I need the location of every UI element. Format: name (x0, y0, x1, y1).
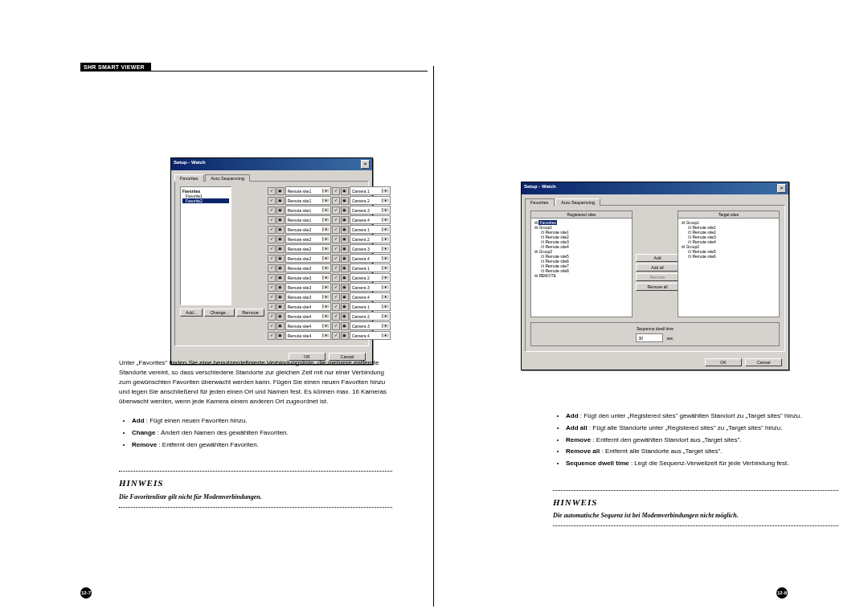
enable-checkbox[interactable]: ✓ (332, 322, 340, 330)
site-dropdown[interactable]: Remote site1▼ (285, 196, 331, 205)
enable-checkbox[interactable]: ✓ (268, 235, 276, 243)
enable-checkbox[interactable]: ✓ (332, 284, 340, 292)
icon-button[interactable]: ▣ (276, 245, 285, 253)
icon-button[interactable]: ▣ (341, 274, 349, 282)
add-button[interactable]: Add (636, 254, 679, 262)
icon-button[interactable]: ▣ (341, 303, 349, 311)
enable-checkbox[interactable]: ✓ (332, 332, 340, 340)
camera-dropdown[interactable]: Camera 2▼ (350, 312, 391, 321)
camera-dropdown[interactable]: Camera 2▼ (350, 196, 391, 205)
target-sites-tree[interactable]: ⊟ Group1⊡ Remote site1⊡ Remote site2⊡ Re… (678, 218, 780, 317)
tab-favorites[interactable]: Favorites (525, 198, 555, 206)
site-dropdown[interactable]: Remote site1▼ (285, 206, 331, 215)
site-dropdown[interactable]: Remote site1▼ (285, 186, 331, 195)
icon-button[interactable]: ▣ (276, 235, 285, 243)
tree-item[interactable]: ⊟ REMOTE (533, 273, 630, 278)
icon-button[interactable]: ▣ (276, 284, 285, 292)
enable-checkbox[interactable]: ✓ (332, 206, 340, 215)
icon-button[interactable]: ▣ (341, 206, 349, 215)
enable-checkbox[interactable]: ✓ (268, 313, 276, 321)
enable-checkbox[interactable]: ✓ (332, 255, 340, 263)
enable-checkbox[interactable]: ✓ (268, 293, 276, 301)
dwell-value-input[interactable]: 30 (636, 333, 663, 342)
enable-checkbox[interactable]: ✓ (332, 303, 340, 311)
icon-button[interactable]: ▣ (341, 255, 349, 263)
camera-dropdown[interactable]: Camera 4▼ (350, 254, 391, 263)
enable-checkbox[interactable]: ✓ (268, 274, 276, 282)
camera-dropdown[interactable]: Camera 3▼ (350, 206, 391, 215)
enable-checkbox[interactable]: ✓ (268, 264, 276, 272)
camera-dropdown[interactable]: Camera 1▼ (350, 302, 391, 311)
site-dropdown[interactable]: Remote site2▼ (285, 235, 331, 243)
enable-checkbox[interactable]: ✓ (268, 197, 276, 205)
icon-button[interactable]: ▣ (341, 226, 349, 234)
icon-button[interactable]: ▣ (341, 245, 349, 253)
camera-dropdown[interactable]: Camera 4▼ (350, 215, 391, 224)
enable-checkbox[interactable]: ✓ (268, 255, 276, 263)
camera-dropdown[interactable]: Camera 3▼ (350, 283, 391, 292)
site-dropdown[interactable]: Remote site2▼ (285, 225, 331, 234)
icon-button[interactable]: ▣ (341, 216, 349, 224)
camera-dropdown[interactable]: Camera 4▼ (350, 292, 391, 301)
tree-item[interactable]: ⊡ Remote site6 (680, 254, 777, 259)
site-dropdown[interactable]: Remote site4▼ (285, 321, 331, 330)
enable-checkbox[interactable]: ✓ (268, 245, 276, 253)
camera-dropdown[interactable]: Camera 4▼ (350, 331, 391, 340)
icon-button[interactable]: ▣ (341, 293, 349, 301)
cancel-button[interactable]: Cancel (745, 358, 782, 366)
icon-button[interactable]: ▣ (341, 235, 349, 243)
site-dropdown[interactable]: Remote site3▼ (285, 264, 331, 272)
camera-dropdown[interactable]: Camera 2▼ (350, 273, 391, 282)
favorite-item[interactable]: Favorite2 (182, 198, 229, 203)
enable-checkbox[interactable]: ✓ (332, 293, 340, 301)
camera-dropdown[interactable]: Camera 2▼ (350, 235, 391, 243)
icon-button[interactable]: ▣ (276, 293, 285, 301)
enable-checkbox[interactable]: ✓ (332, 216, 340, 224)
enable-checkbox[interactable]: ✓ (268, 187, 276, 195)
site-dropdown[interactable]: Remote site3▼ (285, 292, 331, 301)
icon-button[interactable]: ▣ (341, 313, 349, 321)
remove-button[interactable]: Remove (236, 309, 264, 317)
icon-button[interactable]: ▣ (341, 264, 349, 272)
enable-checkbox[interactable]: ✓ (268, 206, 276, 215)
enable-checkbox[interactable]: ✓ (332, 235, 340, 243)
registered-sites-tree[interactable]: ⊟ Favorites⊟ Group1⊡ Remote site1⊡ Remot… (530, 218, 633, 317)
add-button[interactable]: Add... (180, 309, 203, 317)
enable-checkbox[interactable]: ✓ (268, 216, 276, 224)
remove-all-button[interactable]: Remove all (636, 283, 679, 291)
tab-auto-sequencing[interactable]: Auto Sequencing (205, 174, 250, 182)
site-dropdown[interactable]: Remote site2▼ (285, 244, 331, 253)
site-dropdown[interactable]: Remote site2▼ (285, 254, 331, 263)
close-icon[interactable]: × (361, 160, 370, 169)
icon-button[interactable]: ▣ (276, 187, 285, 195)
site-dropdown[interactable]: Remote site1▼ (285, 215, 331, 224)
icon-button[interactable]: ▣ (341, 187, 349, 195)
icon-button[interactable]: ▣ (276, 274, 285, 282)
enable-checkbox[interactable]: ✓ (268, 226, 276, 234)
site-dropdown[interactable]: Remote site4▼ (285, 312, 331, 321)
site-dropdown[interactable]: Remote site3▼ (285, 273, 331, 282)
site-dropdown[interactable]: Remote site3▼ (285, 283, 331, 292)
add-all-button[interactable]: Add all (636, 264, 679, 272)
enable-checkbox[interactable]: ✓ (268, 322, 276, 330)
enable-checkbox[interactable]: ✓ (268, 303, 276, 311)
icon-button[interactable]: ▣ (276, 226, 285, 234)
icon-button[interactable]: ▣ (341, 332, 349, 340)
enable-checkbox[interactable]: ✓ (332, 245, 340, 253)
enable-checkbox[interactable]: ✓ (332, 274, 340, 282)
camera-dropdown[interactable]: Camera 1▼ (350, 225, 391, 234)
icon-button[interactable]: ▣ (276, 197, 285, 205)
camera-dropdown[interactable]: Camera 3▼ (350, 244, 391, 253)
enable-checkbox[interactable]: ✓ (268, 332, 276, 340)
icon-button[interactable]: ▣ (276, 313, 285, 321)
camera-dropdown[interactable]: Camera 1▼ (350, 186, 391, 195)
tab-auto-sequencing[interactable]: Auto Sequencing (555, 198, 600, 206)
icon-button[interactable]: ▣ (276, 322, 285, 330)
icon-button[interactable]: ▣ (341, 197, 349, 205)
enable-checkbox[interactable]: ✓ (332, 197, 340, 205)
site-dropdown[interactable]: Remote site4▼ (285, 302, 331, 311)
camera-dropdown[interactable]: Camera 1▼ (350, 264, 391, 272)
icon-button[interactable]: ▣ (276, 264, 285, 272)
enable-checkbox[interactable]: ✓ (332, 226, 340, 234)
tab-favorites[interactable]: Favorites (174, 174, 204, 182)
